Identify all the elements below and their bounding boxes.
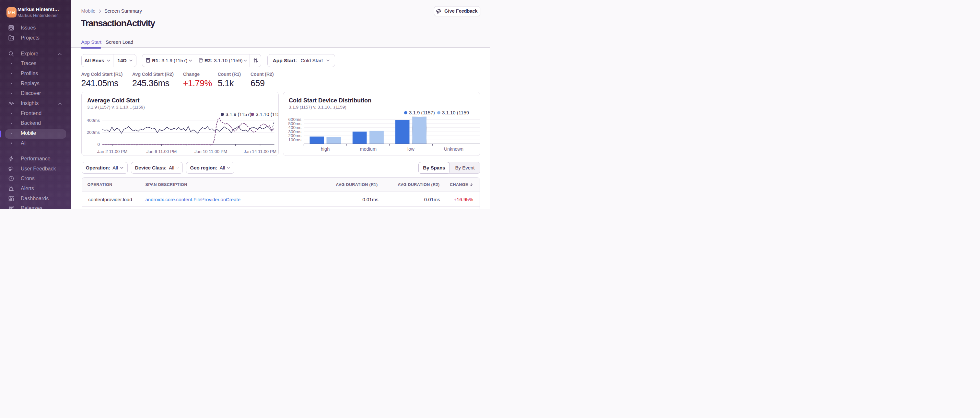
svg-text:3.1.9 (1157): 3.1.9 (1157) <box>226 111 251 117</box>
svg-text:low: low <box>407 146 414 152</box>
svg-text:3.1.9 (1157) v. 3.1.10…(1159): 3.1.9 (1157) v. 3.1.10…(1159) <box>289 105 347 110</box>
svg-text:400ms: 400ms <box>86 118 100 123</box>
svg-text:3.1.10 (1159: 3.1.10 (1159 <box>442 110 469 115</box>
svg-text:Unknown: Unknown <box>444 146 463 152</box>
svg-text:Average Cold Start: Average Cold Start <box>87 97 139 104</box>
svg-text:Cold Start Device Distribution: Cold Start Device Distribution <box>289 97 371 104</box>
svg-text:3.1.9 (1157) v. 3.1.10…(1159): 3.1.9 (1157) v. 3.1.10…(1159) <box>87 105 145 110</box>
svg-text:Jan 14 11:00 PM: Jan 14 11:00 PM <box>243 149 276 154</box>
svg-text:Jan 10 11:00 PM: Jan 10 11:00 PM <box>194 149 227 154</box>
svg-text:high: high <box>320 146 329 152</box>
svg-text:Jan 2 11:00 PM: Jan 2 11:00 PM <box>97 149 127 154</box>
svg-text:3.1.10 (1159: 3.1.10 (1159 <box>256 111 279 117</box>
svg-text:Jan 6 11:00 PM: Jan 6 11:00 PM <box>146 149 177 154</box>
svg-text:medium: medium <box>360 146 377 152</box>
svg-text:0: 0 <box>97 142 100 147</box>
svg-text:3.1.9 (1157): 3.1.9 (1157) <box>409 110 435 115</box>
svg-text:100ms: 100ms <box>288 137 301 142</box>
svg-text:200ms: 200ms <box>86 130 100 135</box>
